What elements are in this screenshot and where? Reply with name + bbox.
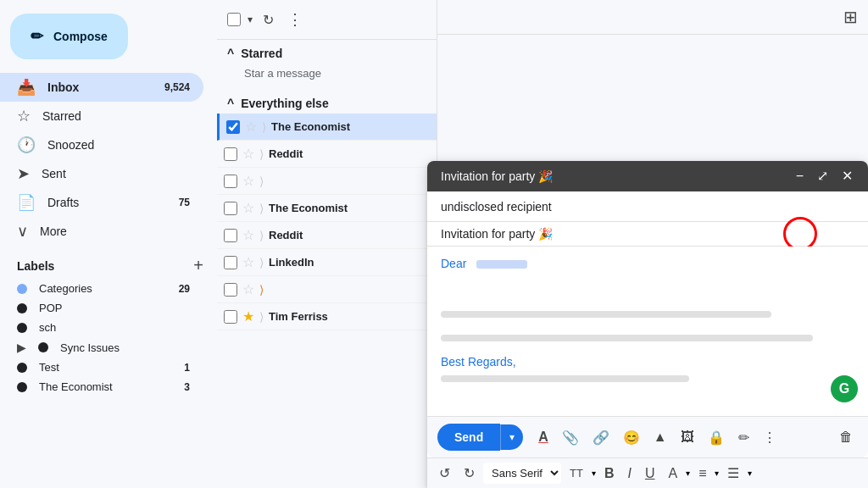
text-color-button[interactable]: A <box>533 426 554 448</box>
close-button[interactable]: ✕ <box>840 169 854 183</box>
photo-button[interactable]: 🖼 <box>676 426 699 448</box>
link-button[interactable]: 🔗 <box>587 426 615 449</box>
label-the-economist[interactable]: The Economist 3 <box>0 377 203 396</box>
star-toggle-icon[interactable]: ☆ <box>242 227 254 243</box>
label-pop[interactable]: POP <box>0 298 203 318</box>
refresh-button[interactable]: ↻ <box>259 8 277 31</box>
sidebar-item-more[interactable]: ∨ More <box>0 217 203 246</box>
align-dropdown: ▾ <box>715 469 719 478</box>
bold-button[interactable]: B <box>599 463 620 485</box>
star-toggle-icon[interactable]: ☆ <box>242 254 254 270</box>
list-toolbar: ▾ ↻ ⋮ <box>217 0 437 40</box>
select-all-checkbox[interactable] <box>227 13 241 26</box>
label-test[interactable]: Test 1 <box>0 358 203 377</box>
label-the-economist-badge: 3 <box>184 381 190 393</box>
email-row[interactable]: ☆ ⟩ <box>217 168 437 195</box>
compose-body[interactable]: Dear Best Regards, G <box>427 247 868 416</box>
label-dot <box>17 323 27 333</box>
star-toggle-icon[interactable]: ☆ <box>242 146 254 162</box>
everything-else-section-header[interactable]: ^ Everything else <box>217 90 437 114</box>
signature-block <box>441 375 689 382</box>
email-checkbox[interactable] <box>224 229 237 242</box>
send-button[interactable]: Send <box>437 424 500 451</box>
sender-name: The Economist <box>269 202 430 214</box>
more-options-button[interactable]: ⋮ <box>284 7 306 32</box>
label-sync-issues-name: Sync Issues <box>60 341 120 354</box>
attach-button[interactable]: 📎 <box>557 426 584 449</box>
email-checkbox[interactable] <box>224 256 237 269</box>
dear-text: Dear <box>441 257 466 270</box>
star-toggle-icon[interactable]: ★ <box>242 308 254 324</box>
body-line-2 <box>441 335 813 341</box>
add-label-button[interactable]: + <box>193 256 203 275</box>
checkbox-dropdown-icon[interactable]: ▾ <box>248 14 253 25</box>
dropdown-arrow: ▾ <box>592 469 596 478</box>
italic-button[interactable]: I <box>622 463 636 485</box>
emoji-button[interactable]: 😊 <box>618 426 645 449</box>
email-checkbox[interactable] <box>224 310 237 324</box>
star-toggle-icon[interactable]: ☆ <box>245 119 257 135</box>
inbox-icon: 📥 <box>17 78 36 97</box>
label-sync-issues[interactable]: ▶ Sync Issues <box>0 337 203 358</box>
text-color-fmt-button[interactable]: A <box>663 463 682 485</box>
undo-button[interactable]: ↺ <box>434 462 455 485</box>
clock-icon: 🕐 <box>17 136 36 154</box>
label-categories[interactable]: Categories 29 <box>0 279 203 298</box>
label-the-economist-name: The Economist <box>39 380 113 393</box>
label-pop-name: POP <box>39 302 62 314</box>
compose-header[interactable]: Invitation for party 🎉 − ⤢ ✕ <box>427 161 868 191</box>
list-button[interactable]: ☰ <box>722 462 744 485</box>
email-row[interactable]: ☆ ⟩ The Economist <box>217 114 437 141</box>
forward-orange-icon: ⟩ <box>259 283 264 297</box>
font-select[interactable]: Sans Serif <box>483 463 561 484</box>
star-toggle-icon[interactable]: ☆ <box>242 281 254 297</box>
email-list: ▾ ↻ ⋮ ^ Starred Star a message ^ Everyth… <box>217 0 437 488</box>
label-categories-name: Categories <box>39 282 92 295</box>
lock-button[interactable]: 🔒 <box>703 426 730 449</box>
delete-button[interactable]: 🗑 <box>834 426 858 448</box>
sidebar-item-inbox[interactable]: 📥 Inbox 9,524 <box>0 73 203 102</box>
underline-button[interactable]: U <box>640 463 660 485</box>
email-checkbox[interactable] <box>224 147 237 161</box>
email-row[interactable]: ☆ ⟩ <box>217 276 437 303</box>
star-toggle-icon[interactable]: ☆ <box>242 173 254 189</box>
email-row[interactable]: ☆ ⟩ Reddit <box>217 141 437 168</box>
grid-view-icon[interactable]: ⊞ <box>843 7 858 27</box>
send-dropdown-button[interactable]: ▾ <box>500 424 523 450</box>
email-checkbox[interactable] <box>224 283 237 297</box>
label-sch[interactable]: sch <box>0 318 203 337</box>
email-row[interactable]: ☆ ⟩ LinkedIn <box>217 249 437 276</box>
drive-button[interactable]: ▲ <box>648 426 672 448</box>
body-line-1 <box>441 311 771 318</box>
email-row[interactable]: ★ ⟩ Tim Ferriss <box>217 303 437 330</box>
toolbar-more-icon: ⋮ <box>763 430 776 445</box>
label-dot <box>17 284 27 294</box>
align-button[interactable]: ≡ <box>693 463 711 485</box>
grammarly-button[interactable]: G <box>831 375 858 402</box>
compose-subject-row[interactable]: Invitation for party 🎉 <box>427 222 868 247</box>
forward-icon: ⟩ <box>259 229 264 242</box>
email-row[interactable]: ☆ ⟩ Reddit <box>217 222 437 249</box>
email-row[interactable]: ☆ ⟩ The Economist <box>217 195 437 222</box>
email-checkbox[interactable] <box>224 202 237 215</box>
inbox-badge: 9,524 <box>164 81 190 93</box>
toolbar-more-button[interactable]: ⋮ <box>758 426 782 449</box>
sidebar-item-snoozed[interactable]: 🕐 Snoozed <box>0 130 203 159</box>
sidebar-item-starred[interactable]: ☆ Starred <box>0 102 203 130</box>
star-toggle-icon[interactable]: ☆ <box>242 200 254 216</box>
expand-button[interactable]: ⤢ <box>815 169 830 183</box>
email-checkbox[interactable] <box>226 120 240 134</box>
name-placeholder <box>476 260 527 269</box>
compose-to-field[interactable] <box>427 191 868 222</box>
sidebar-item-sent[interactable]: ➤ Sent <box>0 159 203 188</box>
sidebar-item-snoozed-label: Snoozed <box>47 138 94 152</box>
compose-to-input[interactable] <box>441 200 854 214</box>
compose-button[interactable]: ✏ Compose <box>10 14 128 59</box>
font-size-button[interactable]: TT <box>565 463 588 483</box>
redo-button[interactable]: ↻ <box>459 462 480 485</box>
sidebar-item-drafts[interactable]: 📄 Drafts 75 <box>0 188 203 217</box>
signature-button[interactable]: ✏ <box>733 426 754 449</box>
minimize-button[interactable]: − <box>794 169 805 183</box>
email-checkbox[interactable] <box>224 175 237 188</box>
starred-section-header[interactable]: ^ Starred <box>217 40 437 64</box>
